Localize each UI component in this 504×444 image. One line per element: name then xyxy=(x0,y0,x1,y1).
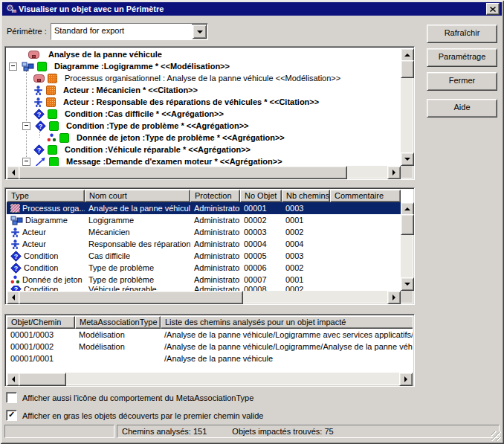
scroll-right-icon[interactable] xyxy=(387,291,401,304)
cell-text: 00001/0002 xyxy=(10,342,54,351)
column-header-2[interactable]: Protection xyxy=(190,190,240,202)
tree-spacer xyxy=(17,51,24,58)
tree-item[interactable]: Message :Demande d'examen moteur * <<Agr… xyxy=(7,155,401,166)
column-header-0[interactable]: Objet/Chemin xyxy=(7,316,75,329)
table-row[interactable]: 00001/0003Modélisation/Analyse de la pan… xyxy=(7,329,413,341)
column-header-5[interactable]: Commentaire xyxy=(330,190,401,202)
cell: Administrator xyxy=(190,251,240,260)
tree-item-label: Donnée de jeton :Type de problème * <<Ag… xyxy=(77,133,285,142)
checkbox-row-bold-objects[interactable]: Afficher en gras les objets découverts p… xyxy=(6,410,263,421)
actor-icon xyxy=(10,228,20,237)
tree-item-label: Condition :Cas difficile * <<Agrégation>… xyxy=(65,109,224,118)
table-row[interactable]: ?ConditionCas difficileAdministrator0000… xyxy=(7,250,401,262)
tree-item[interactable]: Donnée de jeton :Type de problème * <<Ag… xyxy=(7,132,401,144)
table-row[interactable]: 00001/0001/Analyse de la panne véhicule xyxy=(7,353,413,364)
svg-text:?: ? xyxy=(14,286,19,291)
tree-indent xyxy=(7,161,22,162)
table-row[interactable]: DiagrammeLogigrammeAdministrator00002000… xyxy=(7,214,401,226)
cell-text: /Analyse de la panne véhicule xyxy=(164,354,273,363)
scroll-down-icon[interactable] xyxy=(401,152,414,166)
cell: Administrator xyxy=(190,204,240,213)
tree-rows-viewport: Analyse de la panne véhiculeDiagramme :L… xyxy=(7,48,401,166)
cell: ?Condition xyxy=(7,286,85,291)
table-row[interactable]: ActeurResponsable des réparation...Admin… xyxy=(7,238,401,250)
cell: Modélisation xyxy=(75,330,161,339)
column-header-0[interactable]: Type xyxy=(7,190,85,202)
green-badge-icon xyxy=(59,133,69,143)
settings-button[interactable]: Paramétrage xyxy=(427,48,497,67)
scroll-right-icon[interactable] xyxy=(387,166,401,179)
table-row[interactable]: ActeurMécanicienAdministrator000030002 xyxy=(7,226,401,238)
scroll-right-icon[interactable] xyxy=(399,373,413,386)
cell-text: 00006 xyxy=(244,263,267,272)
column-header-4[interactable]: Nb chemins xyxy=(282,190,330,202)
table-row[interactable]: ?ConditionVéhicule réparableAdministrato… xyxy=(7,286,401,291)
tree-item[interactable]: ?Condition :Cas difficile * <<Agrégation… xyxy=(7,108,401,120)
cell-text: 0002 xyxy=(285,286,303,291)
close-dialog-button[interactable]: Fermer xyxy=(427,72,497,91)
diagram-icon xyxy=(22,62,34,71)
column-header-1[interactable]: Nom court xyxy=(85,190,190,202)
checkbox-row-meta-icon[interactable]: Afficher aussi l'icône du comportement d… xyxy=(6,392,253,403)
cell-text: Type de problème xyxy=(88,263,154,272)
cell-text: Type de problème xyxy=(88,275,154,284)
cell: 00006 xyxy=(240,263,282,272)
token-icon xyxy=(47,133,56,142)
tree-item[interactable]: Acteur : Responsable des réparations de … xyxy=(7,96,401,108)
cell-text: Donnée de jeton xyxy=(22,275,83,284)
cell: 0004 xyxy=(282,239,330,248)
scroll-down-icon[interactable] xyxy=(401,277,414,291)
column-header-2[interactable]: Liste des chemins analysés pour un objet… xyxy=(161,316,413,329)
tree-horizontal-scrollbar[interactable] xyxy=(7,166,401,178)
cell: Administrator xyxy=(190,275,240,284)
checkbox-box[interactable] xyxy=(6,392,17,403)
window-title: Visualiser un objet avec un Périmètre xyxy=(19,4,486,13)
tree-item[interactable]: Acteur : Mécanicien * <<Citation>> xyxy=(7,84,401,96)
cell: 0003 xyxy=(282,251,330,260)
cell: 0003 xyxy=(282,204,330,213)
cell: 0002 xyxy=(282,263,330,272)
tree-hscroll-thumb[interactable] xyxy=(19,166,347,179)
tree-item[interactable]: Analyse de la panne véhicule xyxy=(7,48,401,60)
refresh-button[interactable]: Rafraîchir xyxy=(427,25,497,43)
tree-spacer xyxy=(22,99,29,106)
resize-grip[interactable] xyxy=(491,431,501,441)
objects-vscroll-thumb[interactable] xyxy=(401,214,414,235)
tree-item[interactable]: ?Condition :Véhicule réparable * <<Agrég… xyxy=(7,144,401,155)
tree-vertical-scrollbar[interactable] xyxy=(401,48,413,166)
paths-hscroll-thumb[interactable] xyxy=(19,373,66,386)
column-header-3[interactable]: No Objet xyxy=(240,190,282,202)
cell-text: /Analyse de la panne véhicule/Logigramme… xyxy=(164,330,413,339)
objects-vertical-scrollbar[interactable] xyxy=(401,202,413,291)
help-button[interactable]: Aide xyxy=(427,99,497,118)
tree-item[interactable]: Processus organisationnel : Analyse de l… xyxy=(7,72,401,84)
column-header-1[interactable]: MetaAssociationType xyxy=(75,316,161,329)
tree-vscroll-thumb[interactable] xyxy=(401,60,414,78)
cell-text: 00002 xyxy=(244,216,267,225)
close-icon xyxy=(490,7,496,12)
checkbox-box[interactable] xyxy=(6,410,17,421)
objects-hscroll-thumb[interactable] xyxy=(19,291,243,304)
objects-table: TypeNom courtProtectionNo ObjetNb chemin… xyxy=(4,187,415,305)
tree-collapse-icon[interactable] xyxy=(22,158,30,166)
table-row[interactable]: Processus orga...Analyse de la panne véh… xyxy=(7,202,401,214)
paths-table-header: Objet/CheminMetaAssociationTypeListe des… xyxy=(7,316,413,329)
condition-icon: ? xyxy=(35,120,46,132)
tree-collapse-icon[interactable] xyxy=(9,62,17,71)
table-row[interactable]: ?ConditionType de problèmeAdministrator0… xyxy=(7,262,401,274)
cell: 00001 xyxy=(240,204,282,213)
tree-item[interactable]: ?Condition :Type de problème * <<Agrégat… xyxy=(7,120,401,132)
close-button[interactable] xyxy=(486,3,500,15)
table-row[interactable]: 00001/0002Modélisation/Analyse de la pan… xyxy=(7,341,413,353)
tree-collapse-icon[interactable] xyxy=(22,122,30,130)
title-bar[interactable]: ⚙m Visualiser un objet avec un Périmètre xyxy=(2,2,502,16)
cell: Administrator xyxy=(190,286,240,291)
table-row[interactable]: Donnée de jetonType de problèmeAdministr… xyxy=(7,274,401,286)
perimeter-select[interactable]: Standard for export xyxy=(51,23,208,40)
cell: Processus orga... xyxy=(7,204,85,213)
paths-horizontal-scrollbar[interactable] xyxy=(7,373,413,385)
tree-item[interactable]: Diagramme :Logigramme * <<Modélisation>> xyxy=(7,60,401,72)
perimeter-dropdown-button[interactable] xyxy=(193,25,207,39)
actor-icon xyxy=(10,239,20,249)
objects-horizontal-scrollbar[interactable] xyxy=(7,291,401,303)
